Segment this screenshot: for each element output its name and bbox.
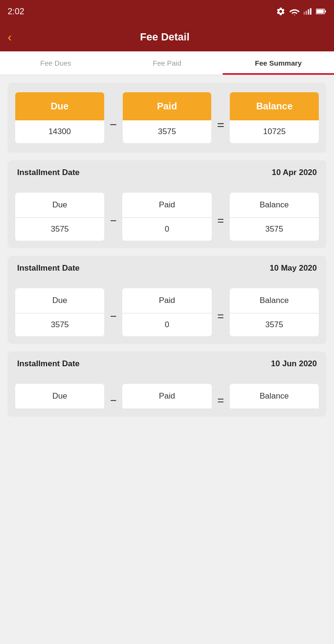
summary-balance-label: Balance xyxy=(230,92,319,120)
inst2-balance-label: Balance xyxy=(230,288,319,313)
inst1-balance-label: Balance xyxy=(230,193,319,218)
status-icons xyxy=(276,7,326,16)
inst2-minus: − xyxy=(108,310,118,323)
app-header: ‹ Fee Detail xyxy=(0,23,334,51)
svg-rect-7 xyxy=(316,10,324,13)
installment-label-1: Installment Date xyxy=(17,168,79,177)
inst2-due-box: Due 3575 xyxy=(15,288,104,336)
inst2-balance-value: 3575 xyxy=(261,313,287,336)
inst1-due-value: 3575 xyxy=(47,218,73,241)
inst1-paid-label: Paid xyxy=(122,193,211,218)
summary-paid-box: Paid 3575 xyxy=(123,92,212,143)
installment-body-2: Due 3575 − Paid 0 = Balance 3575 xyxy=(8,281,326,344)
installment-section-3: Installment Date 10 Jun 2020 Due − Paid … xyxy=(8,351,326,417)
inst2-due-value: 3575 xyxy=(47,313,73,336)
inst3-equals: = xyxy=(216,394,226,407)
inst1-minus: − xyxy=(108,214,118,227)
inst1-balance-value: 3575 xyxy=(261,218,287,241)
inst3-balance-label: Balance xyxy=(230,384,319,409)
installment-body-1: Due 3575 − Paid 0 = Balance 3575 xyxy=(8,185,326,248)
inst3-due-label: Due xyxy=(15,384,104,409)
inst3-minus: − xyxy=(108,394,118,407)
inst2-due-label: Due xyxy=(15,288,104,313)
page-title: Fee Detail xyxy=(18,31,326,43)
inst2-equals: = xyxy=(216,310,226,323)
svg-rect-6 xyxy=(325,10,326,12)
equals-operator-1: = xyxy=(215,117,226,132)
svg-rect-2 xyxy=(306,11,307,15)
installment-date-3: 10 Jun 2020 xyxy=(271,359,317,369)
status-time: 2:02 xyxy=(8,7,24,17)
svg-point-0 xyxy=(294,15,295,15)
summary-card: Due 14300 − Paid 3575 = Balance 10725 xyxy=(8,83,326,153)
tab-fee-dues[interactable]: Fee Dues xyxy=(0,51,111,75)
installment-date-1: 10 Apr 2020 xyxy=(272,168,317,177)
installment-section-2: Installment Date 10 May 2020 Due 3575 − … xyxy=(8,256,326,344)
installment-section-1: Installment Date 10 Apr 2020 Due 3575 − … xyxy=(8,160,326,248)
summary-balance-box: Balance 10725 xyxy=(230,92,319,143)
summary-due-label: Due xyxy=(15,92,104,120)
summary-paid-label: Paid xyxy=(123,92,212,120)
inst1-due-label: Due xyxy=(15,193,104,218)
installment-header-2: Installment Date 10 May 2020 xyxy=(8,256,326,281)
wifi-icon xyxy=(289,8,300,15)
tab-fee-summary[interactable]: Fee Summary xyxy=(223,51,334,75)
svg-rect-3 xyxy=(308,10,309,15)
status-bar: 2:02 xyxy=(0,0,334,23)
inst3-paid-box: Paid xyxy=(122,384,211,409)
summary-balance-value: 10725 xyxy=(259,120,289,143)
inst1-due-box: Due 3575 xyxy=(15,193,104,241)
inst2-paid-value: 0 xyxy=(161,313,173,336)
svg-rect-1 xyxy=(304,12,305,15)
signal-icon xyxy=(304,8,312,15)
inst1-paid-box: Paid 0 xyxy=(122,193,211,241)
inst3-balance-box: Balance xyxy=(230,384,319,409)
installment-header-1: Installment Date 10 Apr 2020 xyxy=(8,160,326,185)
inst2-paid-label: Paid xyxy=(122,288,211,313)
installment-label-3: Installment Date xyxy=(17,359,79,369)
svg-rect-4 xyxy=(310,8,312,15)
summary-due-value: 14300 xyxy=(45,120,75,143)
summary-paid-value: 3575 xyxy=(154,120,180,143)
inst3-due-box: Due xyxy=(15,384,104,409)
main-content: Due 14300 − Paid 3575 = Balance 10725 In… xyxy=(0,75,334,424)
installment-header-3: Installment Date 10 Jun 2020 xyxy=(8,351,326,376)
inst3-paid-label: Paid xyxy=(122,384,211,409)
tab-bar: Fee Dues Fee Paid Fee Summary xyxy=(0,51,334,75)
installment-date-2: 10 May 2020 xyxy=(270,263,317,273)
installment-label-2: Installment Date xyxy=(17,263,79,273)
back-button[interactable]: ‹ xyxy=(8,31,12,43)
installment-body-3: Due − Paid = Balance xyxy=(8,376,326,417)
inst2-paid-box: Paid 0 xyxy=(122,288,211,336)
inst2-balance-box: Balance 3575 xyxy=(230,288,319,336)
tab-fee-paid[interactable]: Fee Paid xyxy=(111,51,223,75)
minus-operator-1: − xyxy=(108,117,119,132)
inst1-equals: = xyxy=(216,214,226,227)
gear-icon xyxy=(276,7,285,16)
inst1-paid-value: 0 xyxy=(161,218,173,241)
inst1-balance-box: Balance 3575 xyxy=(230,193,319,241)
summary-due-box: Due 14300 xyxy=(15,92,104,143)
battery-icon xyxy=(316,8,326,15)
